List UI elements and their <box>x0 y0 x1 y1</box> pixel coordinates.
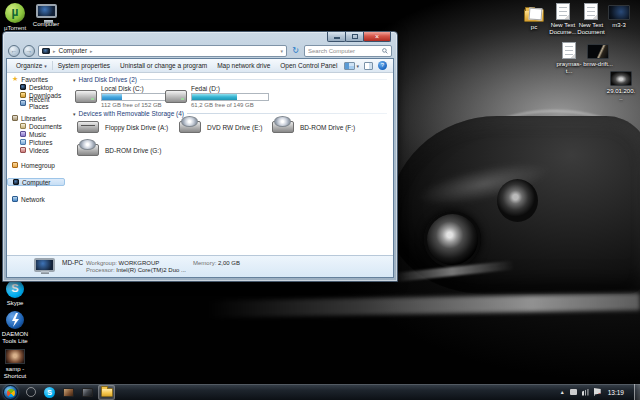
image-thumbnail-icon <box>5 349 25 364</box>
forward-button[interactable]: → <box>23 45 35 57</box>
search-input[interactable] <box>308 48 382 54</box>
uninstall-program-button[interactable]: Uninstall or change a program <box>115 62 212 69</box>
taskbar-button-photo-1[interactable] <box>60 385 77 400</box>
desktop-icon-pc-folder[interactable]: pc <box>519 5 549 31</box>
breadcrumb-location[interactable]: Computer <box>59 47 88 54</box>
image-thumbnail-icon <box>610 71 632 86</box>
group-header-hard-disks[interactable]: ▾ Hard Disk Drives (2) <box>73 76 387 83</box>
sidebar-item-desktop[interactable]: Desktop <box>7 83 69 91</box>
taskbar-button-skype[interactable]: S <box>41 385 58 400</box>
desktop-icon-samp[interactable]: samp - Shortcut <box>0 349 30 380</box>
help-button[interactable]: ? <box>378 61 387 70</box>
folder-icon <box>524 9 544 22</box>
minimize-icon <box>334 37 340 39</box>
search-box[interactable] <box>304 45 392 57</box>
maximize-button[interactable] <box>345 32 364 42</box>
desktop-icon-computer[interactable]: Computer <box>31 4 61 28</box>
device-tile-dvd[interactable]: DVD RW Drive (E:) <box>179 118 263 136</box>
desktop-icon-bmw-drift[interactable]: bmw-drift... <box>583 44 613 68</box>
sidebar-item-label: Computer <box>22 179 51 186</box>
sidebar-item-documents[interactable]: Documents <box>7 122 69 130</box>
organize-menu[interactable]: Organize ▾ <box>11 62 52 69</box>
desktop-icon-utorrent[interactable]: µ µTorrent <box>0 3 30 32</box>
daemon-tools-icon <box>6 311 24 329</box>
taskbar-button-explorer[interactable] <box>98 385 115 400</box>
desktop-icon-label: New Text Docume... <box>548 22 578 36</box>
sidebar-item-computer[interactable]: Computer <box>7 178 65 186</box>
device-tile-floppy[interactable]: Floppy Disk Drive (A:) <box>77 118 168 136</box>
sidebar-group-libraries[interactable]: Libraries <box>7 114 69 122</box>
text-document-icon <box>584 3 598 20</box>
preview-pane-button[interactable] <box>364 62 373 70</box>
map-network-drive-button[interactable]: Map network drive <box>212 62 275 69</box>
sidebar-item-label: Music <box>29 131 46 138</box>
breadcrumb[interactable]: ▸ Computer ▸ ▾ <box>38 45 287 57</box>
wallpaper-light-streak <box>208 293 640 318</box>
text-document-icon <box>562 42 576 59</box>
sidebar-group-favorites[interactable]: ★ Favorites <box>7 75 69 83</box>
desktop-icon-new-text-1[interactable]: New Text Docume... <box>548 3 578 36</box>
sidebar-item-label: Network <box>21 196 45 203</box>
device-tile-bd-f[interactable]: BD-ROM Drive (F:) <box>272 118 355 136</box>
desktop-icon-new-text-2[interactable]: New Text Document <box>576 3 606 36</box>
start-button[interactable] <box>3 385 18 400</box>
computer-icon <box>42 48 50 54</box>
back-button[interactable]: ← <box>8 45 20 57</box>
show-desktop-button[interactable] <box>634 384 640 400</box>
back-icon: ← <box>11 47 18 54</box>
sidebar-item-homegroup[interactable]: Homegroup <box>7 161 69 169</box>
taskbar-button-utorrent[interactable] <box>22 385 39 400</box>
tray-app-icon[interactable] <box>570 389 577 395</box>
change-view-button[interactable]: ▾ <box>344 62 359 70</box>
address-dropdown-icon[interactable]: ▾ <box>280 48 283 54</box>
sidebar-item-network[interactable]: Network <box>7 195 69 203</box>
utorrent-icon: µ <box>5 3 25 23</box>
taskbar-clock[interactable]: 13:19 <box>608 389 624 396</box>
processor-label: Processor: <box>86 267 115 273</box>
sidebar-item-music[interactable]: Music <box>7 130 69 138</box>
music-library-icon <box>20 131 26 137</box>
minimize-button[interactable] <box>327 32 346 42</box>
group-header-line <box>187 113 387 114</box>
alert-badge <box>598 393 602 397</box>
close-button[interactable]: × <box>363 32 391 42</box>
pictures-library-icon <box>20 139 26 145</box>
sidebar-item-label: Desktop <box>29 84 53 91</box>
desktop-icon-m3-image[interactable]: m3-3 <box>604 5 634 29</box>
action-center-flag-icon[interactable] <box>594 388 601 396</box>
network-tray-icon[interactable] <box>582 389 589 396</box>
sidebar-item-label: Videos <box>29 147 49 154</box>
breadcrumb-arrow-icon[interactable]: ▸ <box>90 48 93 54</box>
desktop-icon-praymas[interactable]: praymas-t... <box>554 42 584 75</box>
open-control-panel-button[interactable]: Open Control Panel <box>275 62 342 69</box>
capacity-bar <box>191 93 269 101</box>
address-bar: ← → ▸ Computer ▸ ▾ ↻ <box>3 43 397 58</box>
group-header-removable[interactable]: ▾ Devices with Removable Storage (4) <box>73 110 387 117</box>
dvd-drive-icon <box>179 121 201 133</box>
photo-icon <box>63 388 74 397</box>
navigation-pane: ★ Favorites Desktop Downloads Recent Pla… <box>7 73 69 255</box>
taskbar-button-photo-2[interactable] <box>79 385 96 400</box>
window-content: Organize ▾ System properties Uninstall o… <box>6 58 394 278</box>
desktop-icon-skype[interactable]: S Skype <box>0 280 30 307</box>
refresh-icon: ↻ <box>292 46 299 55</box>
search-icon <box>382 48 388 54</box>
favorites-star-icon: ★ <box>12 76 18 82</box>
memory-row: Memory: 2,00 GB <box>193 260 240 266</box>
desktop-icon-label: New Text Document <box>576 22 606 36</box>
sidebar-item-recent-places[interactable]: Recent Places <box>7 99 69 107</box>
sidebar-item-videos[interactable]: Videos <box>7 146 69 154</box>
capacity-bar-fill <box>102 94 122 100</box>
drive-tile-d[interactable]: Fedai (D:) 61,2 GB free of 149 GB <box>165 85 323 111</box>
show-hidden-icons-button[interactable]: ▲ <box>560 389 565 395</box>
system-properties-button[interactable]: System properties <box>53 62 115 69</box>
desktop-icon-label: DAEMON Tools Lite <box>0 331 30 345</box>
desktop-icon-label: Skype <box>0 300 30 307</box>
title-bar[interactable]: × <box>3 32 397 43</box>
documents-library-icon <box>20 123 26 129</box>
device-tile-bd-g[interactable]: BD-ROM Drive (G:) <box>77 141 161 159</box>
desktop-icon-daemon-tools[interactable]: DAEMON Tools Lite <box>0 311 30 345</box>
sidebar-item-pictures[interactable]: Pictures <box>7 138 69 146</box>
refresh-button[interactable]: ↻ <box>290 46 301 55</box>
desktop-icon-date-photo[interactable]: 29.01.200... <box>606 71 636 102</box>
